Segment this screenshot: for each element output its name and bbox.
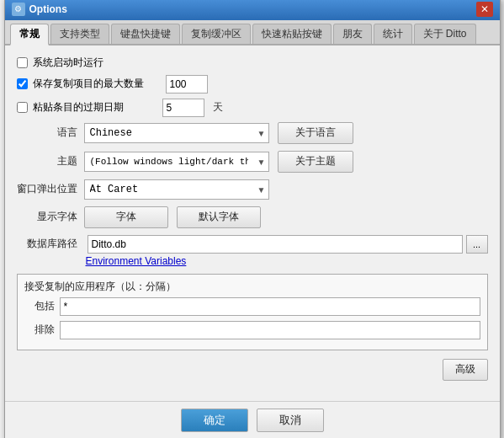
tab-copy-buffer[interactable]: 复制缓冲区 [182, 24, 251, 44]
theme-row: 主题 (Follow windows light/dark th ▼ 关于主题 [17, 151, 488, 173]
display-font-label: 显示字体 [17, 210, 84, 224]
window-title: Options [29, 3, 67, 15]
language-row: 语言 Chinese ▼ 关于语言 [17, 122, 488, 144]
max-copies-label: 保存复制项目的最大数量 [33, 77, 144, 91]
titlebar: ⚙ Options ✕ [5, 0, 500, 20]
tab-friends[interactable]: 朋友 [333, 24, 372, 44]
tab-content: 系统启动时运行 保存复制项目的最大数量 粘贴条目的过期日期 天 语言 Chine… [5, 45, 500, 398]
app-icon: ⚙ [12, 3, 25, 16]
options-window: ⚙ Options ✕ 常规 支持类型 键盘快捷键 复制缓冲区 快速粘贴按键 朋… [4, 0, 501, 438]
tab-keyboard-shortcuts[interactable]: 键盘快捷键 [111, 24, 180, 44]
theme-select-wrapper: (Follow windows light/dark th ▼ [84, 152, 269, 172]
window-pos-select[interactable]: At Caret At Mouse Fixed Position [84, 179, 269, 200]
font-button[interactable]: 字体 [84, 206, 168, 228]
expire-days-unit: 天 [213, 100, 223, 115]
apps-group: 接受复制的应用程序（以：分隔） 包括 排除 [17, 274, 488, 350]
expire-checkbox[interactable] [17, 102, 28, 113]
close-button[interactable]: ✕ [476, 2, 493, 17]
tab-about[interactable]: 关于 Ditto [414, 24, 476, 44]
default-font-button[interactable]: 默认字体 [177, 206, 261, 228]
window-pos-select-wrapper: At Caret At Mouse Fixed Position ▼ [84, 179, 269, 200]
exclude-input[interactable] [60, 321, 480, 339]
tab-stats[interactable]: 统计 [374, 24, 412, 44]
theme-info-button[interactable]: 关于主题 [278, 151, 353, 173]
language-info-button[interactable]: 关于语言 [278, 122, 353, 144]
include-row: 包括 [24, 297, 480, 316]
startup-label: 系统启动时运行 [33, 56, 103, 70]
expire-row: 粘贴条目的过期日期 天 [17, 99, 488, 117]
language-select-wrapper: Chinese ▼ [84, 123, 269, 143]
titlebar-left: ⚙ Options [12, 3, 67, 16]
language-select[interactable]: Chinese [84, 123, 269, 143]
tab-general[interactable]: 常规 [10, 24, 49, 45]
display-font-row: 显示字体 字体 默认字体 [17, 206, 488, 228]
apps-group-title: 接受复制的应用程序（以：分隔） [24, 280, 480, 294]
exclude-row: 排除 [24, 321, 480, 339]
cancel-button[interactable]: 取消 [257, 409, 324, 432]
theme-select[interactable]: (Follow windows light/dark th [84, 152, 269, 172]
advanced-row: 高级 [17, 359, 488, 381]
theme-label: 主题 [17, 154, 84, 168]
advanced-button[interactable]: 高级 [443, 359, 488, 381]
window-pos-row: 窗口弹出位置 At Caret At Mouse Fixed Position … [17, 179, 488, 200]
max-copies-input[interactable] [166, 75, 208, 93]
database-browse-button[interactable]: ... [466, 235, 488, 254]
max-copies-checkbox[interactable] [17, 78, 28, 89]
footer: 确定 取消 [5, 401, 500, 439]
startup-row: 系统启动时运行 [17, 56, 488, 70]
database-path-input[interactable] [88, 235, 463, 254]
database-label: 数据库路径 [17, 237, 84, 251]
tab-supported-types[interactable]: 支持类型 [50, 24, 109, 44]
ok-button[interactable]: 确定 [181, 409, 248, 432]
exclude-label: 排除 [24, 323, 55, 337]
env-variables-link[interactable]: Environment Variables [86, 255, 488, 267]
tab-bar: 常规 支持类型 键盘快捷键 复制缓冲区 快速粘贴按键 朋友 统计 关于 Ditt… [5, 20, 500, 45]
include-input[interactable] [60, 297, 480, 316]
startup-checkbox[interactable] [17, 57, 28, 68]
max-copies-row: 保存复制项目的最大数量 [17, 75, 488, 93]
expire-days-input[interactable] [162, 99, 204, 117]
expire-label: 粘贴条目的过期日期 [33, 100, 124, 115]
window-pos-label: 窗口弹出位置 [17, 182, 84, 196]
database-row: 数据库路径 ... [17, 235, 488, 254]
include-label: 包括 [24, 299, 55, 313]
database-section: 数据库路径 ... Environment Variables [17, 235, 488, 267]
language-label: 语言 [17, 126, 84, 140]
tab-quick-paste[interactable]: 快速粘贴按键 [252, 24, 332, 44]
